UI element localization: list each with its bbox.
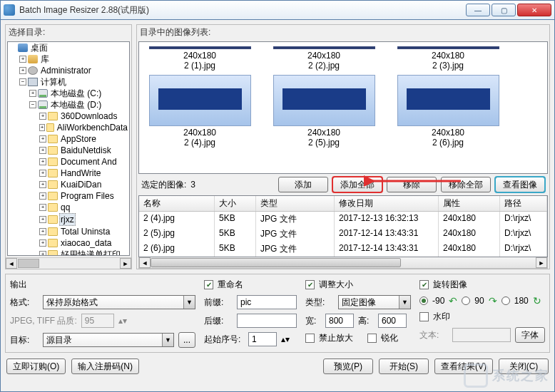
- directory-panel: 选择目录: 桌面 +库 +Administrator −计算机 +本地磁盘 (C…: [5, 24, 132, 269]
- tree-folder[interactable]: +AliWorkbenchData: [39, 122, 129, 133]
- tree-folder[interactable]: +好用快递单打印: [39, 249, 129, 256]
- rotate-180-radio[interactable]: [501, 296, 510, 305]
- directory-label: 选择目录:: [6, 25, 131, 40]
- quality-spinner: ▴▾: [118, 316, 127, 326]
- tree-folder[interactable]: +Document And: [39, 156, 129, 167]
- tree-folder[interactable]: +xiaocao_data: [39, 237, 129, 249]
- col-size[interactable]: 大小: [215, 196, 256, 211]
- tree-folder[interactable]: +KuaiDiDan: [39, 179, 129, 190]
- thumbnail-item[interactable]: 240x1802 (5).jpg: [270, 75, 377, 148]
- col-date[interactable]: 修改日期: [335, 196, 439, 211]
- rotate-ccw-icon: ↶: [449, 295, 457, 306]
- chevron-down-icon[interactable]: ▼: [183, 296, 195, 309]
- thumbnail-panel: 目录中的图像列表: 240x1802 (1).jpg240x1802 (2).j…: [136, 24, 550, 269]
- thumbnail-item[interactable]: 240x1802 (4).jpg: [146, 75, 253, 148]
- tree-folder[interactable]: +rjxz: [39, 213, 129, 226]
- tree-drive-d[interactable]: −本地磁盘 (D:): [29, 99, 129, 110]
- col-path[interactable]: 路径: [500, 196, 547, 211]
- tree-folder[interactable]: +qq: [39, 202, 129, 213]
- window-body: 选择目录: 桌面 +库 +Administrator −计算机 +本地磁盘 (C…: [0, 20, 555, 392]
- chevron-down-icon[interactable]: ▼: [399, 296, 410, 309]
- output-group: 输出 格式: 保持原始格式▼ JPEG, TIFF 品质: 95 ▴▾ 目标: …: [5, 274, 550, 353]
- watermark-checkbox[interactable]: [419, 312, 429, 321]
- table-row[interactable]: 2 (4).jpg5KBJPG 文件2017-12-13 16:32:13240…: [139, 212, 547, 227]
- rotate-90-radio[interactable]: [462, 296, 470, 305]
- remove-all-button[interactable]: 移除全部: [441, 177, 491, 192]
- add-button[interactable]: 添加: [278, 177, 328, 192]
- nozoom-checkbox[interactable]: [305, 334, 315, 343]
- col-type[interactable]: 类型: [256, 196, 335, 211]
- tree-library[interactable]: +库: [19, 53, 129, 65]
- browse-button[interactable]: ...: [178, 332, 195, 348]
- col-attr[interactable]: 属性: [439, 196, 500, 211]
- thumbnail-item[interactable]: 240x1802 (3).jpg: [394, 46, 501, 71]
- font-button[interactable]: 字体: [515, 327, 545, 343]
- tree-folder[interactable]: +360Downloads: [39, 110, 129, 122]
- preview-button[interactable]: 预览(P): [323, 359, 373, 374]
- startnum-spinner[interactable]: ▴▾: [281, 334, 290, 344]
- tree-folder[interactable]: +AppStore: [39, 133, 129, 145]
- quality-label: JPEG, TIFF 品质:: [10, 315, 77, 327]
- prefix-label: 前缀:: [204, 296, 233, 309]
- rename-checkbox[interactable]: ✔: [204, 280, 213, 289]
- thumbnail-item[interactable]: 240x1802 (1).jpg: [146, 46, 253, 71]
- close-button[interactable]: ✕: [517, 4, 551, 16]
- table-header[interactable]: 名称 大小 类型 修改日期 属性 路径: [139, 196, 547, 212]
- suffix-input[interactable]: [237, 314, 297, 328]
- thumbnail-area[interactable]: 240x1802 (1).jpg240x1802 (2).jpg240x1802…: [138, 41, 548, 174]
- prefix-input[interactable]: pic: [237, 295, 297, 309]
- table-scrollbar[interactable]: ◄►: [138, 257, 548, 269]
- thumbnail-image: [397, 75, 499, 126]
- wm-text-input: [452, 328, 511, 342]
- target-combo[interactable]: 源目录▼: [43, 333, 174, 347]
- format-combo[interactable]: 保持原始格式▼: [43, 295, 195, 309]
- tree-user[interactable]: +Administrator: [19, 65, 129, 76]
- height-label: 高:: [358, 315, 374, 327]
- resize-type-label: 类型:: [305, 296, 334, 309]
- suffix-label: 后缀:: [204, 315, 233, 327]
- start-button[interactable]: 开始(S): [379, 359, 429, 374]
- thumbnail-item[interactable]: 240x1802 (2).jpg: [270, 46, 377, 71]
- maximize-button[interactable]: ▢: [492, 4, 516, 16]
- resize-checkbox[interactable]: ✔: [305, 280, 315, 289]
- close-app-button[interactable]: 关闭(C): [499, 359, 549, 374]
- order-button[interactable]: 立即订购(O): [6, 359, 66, 374]
- directory-tree[interactable]: 桌面 +库 +Administrator −计算机 +本地磁盘 (C:) −本地…: [7, 41, 130, 256]
- tree-folder[interactable]: +HandWrite: [39, 167, 129, 179]
- results-button[interactable]: 查看结果(V): [434, 359, 493, 374]
- rotate-cw-icon: ↷: [489, 295, 497, 306]
- remove-button[interactable]: 移除: [387, 177, 437, 192]
- nozoom-label: 禁止放大: [319, 332, 353, 344]
- tree-folder[interactable]: +BaiduNetdisk: [39, 145, 129, 156]
- chevron-down-icon[interactable]: ▼: [162, 334, 173, 346]
- selected-count-label: 选定的图像:: [141, 179, 186, 191]
- startnum-input[interactable]: 1: [248, 332, 277, 346]
- add-all-button[interactable]: 添加全部: [332, 177, 382, 192]
- tree-folder[interactable]: +Total Uninsta: [39, 226, 129, 237]
- rotate-checkbox[interactable]: ✔: [419, 280, 429, 289]
- table-row[interactable]: 2 (5).jpg5KBJPG 文件2017-12-14 13:43:31240…: [139, 227, 547, 242]
- view-image-button[interactable]: 查看图像: [495, 177, 545, 192]
- col-name[interactable]: 名称: [139, 196, 215, 211]
- sharpen-checkbox[interactable]: [367, 334, 377, 343]
- width-label: 宽:: [305, 315, 321, 327]
- tree-desktop[interactable]: 桌面: [9, 42, 129, 53]
- file-table[interactable]: 名称 大小 类型 修改日期 属性 路径 2 (4).jpg5KBJPG 文件20…: [138, 195, 548, 257]
- minimize-button[interactable]: —: [466, 4, 490, 16]
- tree-computer[interactable]: −计算机: [19, 76, 129, 88]
- regcode-button[interactable]: 输入注册码(N): [71, 359, 139, 374]
- width-input[interactable]: 800: [325, 314, 354, 328]
- table-row[interactable]: 2 (6).jpg5KBJPG 文件2017-12-14 13:43:31240…: [139, 242, 547, 257]
- tree-folder[interactable]: +Program Files: [39, 190, 129, 202]
- rotate-neg90-radio[interactable]: [419, 296, 428, 305]
- tree-scrollbar[interactable]: ◄►: [6, 257, 131, 269]
- thumbnail-image: [149, 75, 251, 126]
- tree-drive-c[interactable]: +本地磁盘 (C:): [29, 88, 129, 99]
- height-input[interactable]: 600: [378, 314, 407, 328]
- resize-type-combo[interactable]: 固定图像▼: [338, 295, 411, 309]
- startnum-label: 起始序号:: [204, 334, 244, 346]
- selected-count: 3: [190, 180, 195, 190]
- quality-input: 95: [81, 314, 114, 328]
- thumbnail-item[interactable]: 240x1802 (6).jpg: [394, 75, 501, 148]
- app-icon: [4, 4, 15, 16]
